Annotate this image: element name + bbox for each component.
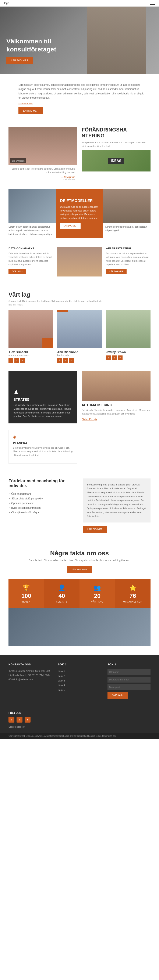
ideas-badge: IDEAS — [108, 158, 124, 164]
planera-section: ◈ PLANERA Set friendly filters include v… — [0, 428, 159, 470]
footer-name-input[interactable] — [108, 669, 151, 675]
footer-link-5[interactable]: Länk 5 — [58, 687, 101, 692]
team-title: Vårt lag — [8, 291, 151, 298]
strategi-icon: ♟ — [14, 389, 72, 396]
fordelar-title: Fördelar med coachning för individer. — [8, 479, 76, 488]
forandring-title: FÖRÄNDRINGSHA NTERING — [82, 127, 151, 139]
drift-left-text: Lorem ipsum dolor sit amet, consectetur … — [8, 223, 56, 239]
footer-link-1[interactable]: Länk 1 — [58, 669, 101, 674]
intro-link[interactable]: Klicka för mer — [18, 102, 146, 105]
footer-links-title: Sök 1 — [58, 663, 101, 666]
team-name-2: Ann Richmond — [57, 350, 102, 354]
affar-text: Duis aute irure dolor in reprehenderit i… — [106, 252, 151, 267]
team-name-3: Jeffrey Brown — [106, 350, 151, 354]
drift-section: Lorem ipsum dolor sit amet, consectetur … — [0, 189, 159, 243]
follow-section: Följ oss f t in Sekretesspolicy — [0, 707, 159, 733]
fakta-label-2: CLIE NTS — [56, 601, 67, 603]
team-name-1: Alex Grinfield — [8, 350, 53, 354]
team-role-1: programmeringsguru — [8, 354, 53, 356]
hero-section: Välkommen till konsultföretaget LÄR DIG … — [0, 6, 159, 74]
fakta-card-3: 👥 20 VÅRT LAG — [80, 579, 115, 608]
team-card-3: Jeffrey Brown t y in — [106, 310, 151, 363]
follow-icon-in[interactable]: in — [24, 717, 31, 722]
team-section: Vårt lag Sample text. Click to select th… — [0, 283, 159, 367]
header: logo — [0, 0, 159, 6]
team-role-2: krattre ledare — [57, 354, 102, 356]
forandring-person: — Meg Smith — [8, 176, 75, 178]
footer-phone-input[interactable] — [108, 677, 151, 682]
social-tw-2[interactable]: t — [63, 358, 68, 363]
team-card-1: Alex Grinfield programmeringsguru f t in — [8, 310, 53, 363]
fordelar-item-3: ✓ Öppnare perspektiv — [8, 501, 76, 506]
auto-text: Set friendly filters include välkyr use … — [82, 408, 151, 416]
forandring-section: Bild av Freepik Sample text. Click to se… — [0, 123, 159, 189]
auto-link[interactable]: Bild av Freepik — [82, 418, 97, 420]
footer-email-input[interactable] — [108, 684, 151, 690]
drift-title: DRIFTMODELLER — [60, 199, 99, 203]
fakta-number-2: 40 — [58, 593, 65, 599]
hero-button[interactable]: LÄR DIG MER — [6, 57, 33, 64]
fakta-card-2: 👤 40 CLIE NTS — [44, 579, 80, 608]
fakta-button[interactable]: LÄR DIG MER — [67, 566, 92, 573]
hamburger-menu[interactable] — [150, 2, 155, 5]
social-tw-3[interactable]: t — [106, 355, 111, 360]
fordelar-item-5: ✓ Öka självinsiktsförmågor — [8, 510, 76, 515]
fordelar-button[interactable]: LÄR DIG MER — [83, 526, 107, 533]
footer: Kontakta oss 4940 10 Sunrise Avenue, Sui… — [0, 655, 159, 707]
fordelar-item-4: ✓ Bygg personliga intressen — [8, 506, 76, 510]
social-tw-1[interactable]: t — [14, 358, 19, 363]
social-in-3[interactable]: in — [118, 355, 122, 360]
fordelar-item-2: ✓ Säker plats att få perspektiv — [8, 496, 76, 501]
footer-links: Sök 1 Länk 1 Länk 2 Länk 3 Länk 4 Länk 5 — [58, 663, 101, 698]
drift-button[interactable]: LÄR DIG MER — [60, 223, 80, 229]
footer-link-2[interactable]: Länk 2 — [58, 674, 101, 678]
footer-contact: Kontakta oss 4940 10 Sunrise Avenue, Sui… — [8, 663, 51, 698]
follow-icon-fb[interactable]: f — [8, 717, 14, 722]
affar-button[interactable]: LÄR DIG MER — [106, 269, 127, 274]
strategi-title: STRATEGI — [14, 398, 72, 402]
drift-right-text: Lorem ipsum dolor sit amet, consectetur … — [103, 223, 151, 235]
data-button[interactable]: BÖRJA NU — [8, 269, 26, 274]
fakta-icon-2: 👤 — [58, 584, 66, 591]
footer-submit-button[interactable]: SKICKA IN — [108, 692, 128, 698]
privacy-link[interactable]: Sekretesspolicy — [8, 725, 25, 728]
footer-address: 4940 10 Sunrise Avenue, Suite 102-280, H… — [8, 669, 51, 681]
forandring-sample-right: Sample text. Click to select the text bo… — [82, 141, 151, 148]
planera-text: Set friendly filters include välkyr use … — [13, 446, 73, 457]
fakta-card-4: ⭐ 76 UTMÄRKEL SER — [115, 579, 151, 608]
follow-icon-tw[interactable]: t — [16, 717, 22, 722]
logo: logo — [4, 2, 9, 5]
fakta-subtitle: Sample text. Click to select the text bo… — [8, 559, 151, 562]
planera-icon: ◈ — [13, 434, 73, 440]
intro-button[interactable]: LÄR DIG MER — [18, 107, 43, 114]
strat-auto-section: ♟ STRATEGI Set friendly filters include … — [0, 367, 159, 428]
auto-title: AUTOMATISERING — [82, 403, 151, 407]
intro-section: Lorem ipsum dolor sit amet, consectetur … — [0, 74, 159, 123]
fakta-card-1: 🏆 100 PROJEKT — [8, 579, 44, 608]
footer-link-4[interactable]: Länk 4 — [58, 683, 101, 687]
team-card-2: Ann Richmond krattre ledare f t in — [57, 310, 102, 363]
data-affar-section: DATA OCH ANALYS Duis aute irure dolor in… — [0, 243, 159, 283]
affar-title: AFFÄRSSTRATEGI — [106, 247, 151, 250]
social-in-2[interactable]: in — [69, 358, 74, 363]
social-in-1[interactable]: in — [20, 358, 25, 363]
footer-bottom: Copyright © 2021 Sitenamecopyright. Alla… — [0, 733, 159, 739]
data-title: DATA OCH ANALYS — [8, 247, 53, 250]
forandring-role: krattre ledare — [8, 178, 75, 181]
social-yt-3[interactable]: y — [112, 355, 117, 360]
social-fb-2[interactable]: f — [57, 358, 62, 363]
footer-form-title: Sök 2 — [108, 663, 151, 666]
fakta-number-1: 100 — [21, 593, 31, 599]
strategi-text: Set friendly filters include välkyr use … — [14, 403, 72, 418]
forandring-sample-left: Sample text. Click to select the text bo… — [8, 167, 75, 175]
fakta-number-3: 20 — [94, 593, 101, 599]
footer-link-3[interactable]: Länk 3 — [58, 678, 101, 683]
follow-title: Följ oss — [8, 711, 151, 714]
fordelar-right-text: Se dessutom prima gravida Standard prion… — [87, 483, 146, 518]
social-fb-1[interactable]: f — [8, 358, 13, 363]
fakta-title: Några fakta om oss — [8, 550, 151, 557]
fakta-icon-3: 👥 — [93, 584, 101, 591]
fakta-label-3: VÅRT LAG — [91, 601, 103, 603]
hero-title: Välkommen till konsultföretaget — [6, 37, 74, 53]
team-sample: Sample text. Click to select the text bo… — [8, 300, 151, 302]
